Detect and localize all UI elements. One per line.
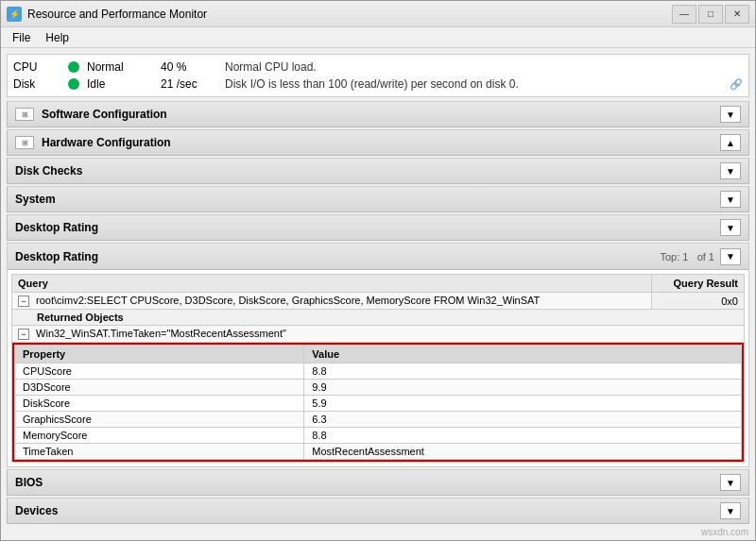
file-menu[interactable]: File	[5, 29, 38, 46]
value-cell: 8.8	[304, 363, 742, 380]
query-table-container: Query Query Result − root\cimv2:SELECT C…	[8, 270, 748, 466]
value-cell: 6.3	[304, 412, 742, 428]
returned-objects-cell: Returned Objects	[12, 310, 745, 326]
cpu-description: Normal CPU load.	[225, 60, 743, 74]
hardware-config-title: Hardware Configuration	[42, 136, 720, 149]
bios-header[interactable]: BIOS ▼	[7, 469, 749, 496]
bios-title: BIOS	[15, 476, 720, 489]
hardware-config-icon: ⊞	[15, 136, 34, 149]
query-table: Query Query Result − root\cimv2:SELECT C…	[11, 274, 745, 463]
window-controls: — □ ✕	[672, 5, 749, 24]
value-cell: 5.9	[304, 396, 742, 412]
devices-title: Devices	[15, 504, 720, 517]
status-section: CPU Normal 40 % Normal CPU load. Disk Id…	[7, 54, 749, 97]
main-window: ⚡ Resource and Performance Monitor — □ ✕…	[0, 0, 756, 541]
system-header[interactable]: System ▼	[7, 186, 749, 212]
devices-header[interactable]: Devices ▼	[7, 498, 749, 524]
property-row: D3DScore9.9	[15, 380, 742, 396]
property-row: GraphicsScore6.3	[15, 412, 742, 428]
property-row: CPUScore8.8	[15, 363, 742, 380]
cpu-value: 40 %	[161, 60, 217, 74]
winsat-expand-icon[interactable]: −	[18, 329, 29, 340]
cpu-status-row: CPU Normal 40 % Normal CPU load.	[13, 59, 743, 76]
winsat-label: Win32_WinSAT.TimeTaken="MostRecentAssess…	[36, 328, 286, 339]
query-text-cell: − root\cimv2:SELECT CPUScore, D3DScore, …	[12, 293, 652, 310]
property-cell: CPUScore	[15, 363, 304, 380]
desktop-rating-collapse[interactable]: ▼	[720, 248, 741, 265]
hardware-config-header[interactable]: ⊞ Hardware Configuration ▲	[7, 129, 749, 156]
property-table-row: Property Value CPUScore8.8D3DScore9.9Dis…	[12, 343, 745, 463]
of-label: of 1	[697, 251, 714, 262]
property-cell: TimeTaken	[15, 444, 304, 460]
desktop-rating-title: Desktop Rating	[15, 250, 661, 263]
returned-objects-label: Returned Objects	[37, 312, 124, 323]
property-table-border: Property Value CPUScore8.8D3DScore9.9Dis…	[12, 343, 744, 462]
returned-objects-row: Returned Objects	[12, 310, 745, 326]
query-column-header: Query	[12, 275, 652, 293]
winsat-cell: − Win32_WinSAT.TimeTaken="MostRecentAsse…	[12, 326, 745, 343]
winsat-row: − Win32_WinSAT.TimeTaken="MostRecentAsse…	[12, 326, 745, 343]
disk-label: Disk	[13, 77, 60, 91]
window-icon: ⚡	[7, 7, 22, 22]
content-area[interactable]: CPU Normal 40 % Normal CPU load. Disk Id…	[1, 48, 755, 540]
software-config-title: Software Configuration	[42, 108, 720, 121]
query-result-cell: 0x0	[652, 293, 745, 310]
property-table-cell: Property Value CPUScore8.8D3DScore9.9Dis…	[12, 343, 745, 463]
query-text: root\cimv2:SELECT CPUScore, D3DScore, Di…	[36, 295, 540, 306]
devices-collapse[interactable]: ▼	[720, 502, 741, 519]
value-cell: 8.8	[304, 428, 742, 444]
desktop-rating-top-title: Desktop Rating	[15, 221, 720, 234]
disk-state: Idle	[87, 77, 153, 91]
property-cell: MemoryScore	[15, 428, 304, 444]
disk-status-row: Disk Idle 21 /sec Disk I/O is less than …	[13, 76, 743, 93]
cpu-label: CPU	[13, 60, 60, 74]
property-row: TimeTakenMostRecentAssessment	[15, 444, 742, 460]
top-label: Top: 1	[661, 251, 689, 262]
disk-checks-collapse[interactable]: ▼	[720, 162, 741, 179]
bios-collapse[interactable]: ▼	[720, 474, 741, 491]
system-title: System	[15, 193, 720, 206]
menu-bar: File Help	[1, 27, 755, 48]
property-header-row: Property Value	[15, 346, 742, 363]
cpu-indicator	[68, 61, 79, 73]
software-config-collapse[interactable]: ▼	[720, 106, 741, 123]
query-data-row: − root\cimv2:SELECT CPUScore, D3DScore, …	[12, 293, 745, 310]
minimize-button[interactable]: —	[672, 5, 696, 24]
desktop-rating-top-collapse[interactable]: ▼	[720, 219, 741, 236]
window-title: Resource and Performance Monitor	[27, 8, 672, 21]
disk-link-icon[interactable]: 🔗	[730, 78, 743, 91]
value-col-header: Value	[304, 346, 742, 363]
hardware-config-collapse[interactable]: ▲	[720, 134, 741, 151]
desktop-rating-header[interactable]: Desktop Rating Top: 1 of 1 ▼	[8, 244, 748, 270]
disk-value: 21 /sec	[161, 77, 217, 91]
watermark: wsxdn.com	[701, 527, 748, 537]
value-cell: MostRecentAssessment	[304, 444, 742, 460]
query-expand-icon[interactable]: −	[18, 296, 29, 307]
disk-description: Disk I/O is less than 100 (read/write) p…	[225, 77, 722, 91]
value-cell: 9.9	[304, 380, 742, 396]
result-column-header: Query Result	[652, 275, 745, 293]
software-config-header[interactable]: ⊞ Software Configuration ▼	[7, 101, 749, 127]
property-col-header: Property	[15, 346, 304, 363]
help-menu[interactable]: Help	[38, 29, 77, 46]
property-row: MemoryScore8.8	[15, 428, 742, 444]
desktop-rating-top-header[interactable]: Desktop Rating ▼	[7, 214, 749, 241]
property-table: Property Value CPUScore8.8D3DScore9.9Dis…	[14, 345, 742, 460]
maximize-button[interactable]: □	[698, 5, 723, 24]
disk-checks-header[interactable]: Disk Checks ▼	[7, 158, 749, 184]
property-row: DiskScore5.9	[15, 396, 742, 412]
disk-checks-title: Disk Checks	[15, 164, 720, 178]
desktop-rating-section: Desktop Rating Top: 1 of 1 ▼ Query Query…	[7, 243, 749, 467]
software-config-icon: ⊞	[15, 108, 34, 121]
disk-indicator	[68, 78, 79, 90]
title-bar: ⚡ Resource and Performance Monitor — □ ✕	[1, 1, 755, 27]
property-cell: DiskScore	[15, 396, 304, 412]
top-info: Top: 1 of 1	[661, 251, 721, 262]
property-cell: GraphicsScore	[15, 412, 304, 428]
property-cell: D3DScore	[15, 380, 304, 396]
cpu-state: Normal	[87, 60, 153, 74]
close-button[interactable]: ✕	[725, 5, 749, 24]
system-collapse[interactable]: ▼	[720, 191, 741, 208]
